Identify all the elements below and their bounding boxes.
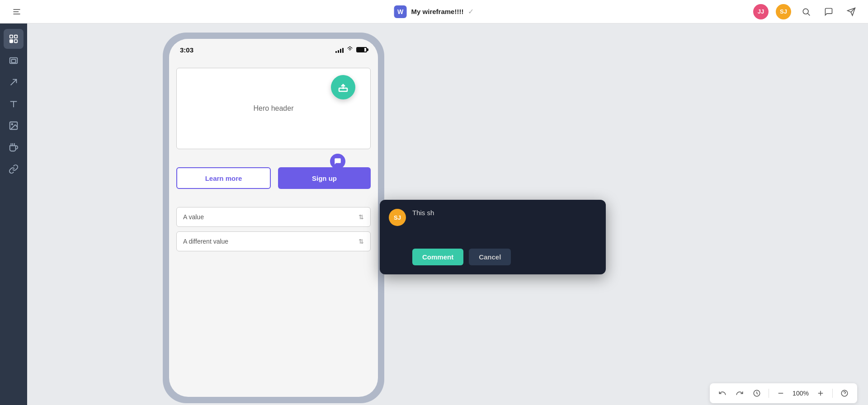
svg-point-17	[11, 123, 13, 125]
hero-header-text: Hero header	[254, 104, 294, 113]
comment-popup: SJ This sh Comment Cancel	[380, 200, 606, 274]
phone-screen: 3:03	[169, 39, 378, 397]
undo-button[interactable]	[715, 386, 730, 400]
dropdown-different-value[interactable]: A different value ⇅	[176, 231, 371, 251]
svg-point-3	[803, 9, 808, 14]
redo-button[interactable]	[732, 386, 747, 400]
topbar-center: W My wireframe!!!! ✓	[394, 5, 474, 18]
comment-actions: Comment Cancel	[389, 249, 597, 265]
left-toolbar	[0, 24, 27, 405]
signal-bars-icon	[335, 47, 344, 53]
zoom-in-button[interactable]	[813, 386, 828, 400]
text-tool-btn[interactable]	[4, 94, 24, 114]
dropdown-a-value[interactable]: A value ⇅	[176, 207, 371, 227]
cancel-comment-button[interactable]: Cancel	[469, 249, 511, 265]
svg-line-4	[808, 13, 810, 15]
sign-up-button[interactable]: Sign up	[278, 167, 371, 189]
history-button[interactable]	[750, 386, 764, 400]
main-area: 3:03	[0, 24, 868, 405]
divider-1	[769, 389, 769, 398]
svg-rect-9	[10, 40, 13, 42]
frame-tool-btn[interactable]	[4, 51, 24, 71]
comment-popup-inner: SJ This sh	[389, 209, 597, 242]
select-tool-btn[interactable]	[4, 29, 24, 49]
phone-frame: 3:03	[163, 33, 384, 403]
submit-comment-button[interactable]: Comment	[412, 249, 463, 265]
svg-rect-12	[11, 59, 15, 62]
topbar: W My wireframe!!!! ✓ JJ SJ	[0, 0, 868, 24]
divider-2	[832, 389, 833, 398]
bottom-bar: 100%	[27, 381, 868, 405]
wifi-icon	[346, 46, 354, 54]
arrow-tool-btn[interactable]	[4, 72, 24, 92]
help-button[interactable]	[837, 386, 852, 400]
comment-anchor-bubble[interactable]	[330, 154, 345, 169]
component-tool-btn[interactable]	[4, 137, 24, 157]
phone-mockup: 3:03	[163, 33, 384, 403]
comment-user-avatar: SJ	[389, 209, 406, 226]
svg-line-13	[11, 80, 17, 85]
avatar-jj[interactable]: JJ	[753, 4, 769, 19]
zoom-level: 100%	[791, 390, 811, 397]
send-button[interactable]	[844, 4, 859, 19]
comment-textarea[interactable]: This sh	[412, 209, 597, 240]
canvas-area[interactable]: 3:03	[27, 24, 868, 405]
learn-more-button[interactable]: Learn more	[176, 167, 271, 189]
svg-rect-7	[10, 35, 13, 38]
w-logo: W	[394, 5, 407, 18]
topbar-right: JJ SJ	[753, 4, 859, 19]
cloud-saved-icon: ✓	[468, 7, 474, 16]
svg-rect-8	[14, 35, 17, 38]
search-button[interactable]	[798, 4, 814, 19]
dropdown-arrow-icon: ⇅	[359, 213, 364, 221]
zoom-out-button[interactable]	[774, 386, 788, 400]
button-row: Learn more Sign up	[176, 167, 371, 189]
menu-button[interactable]	[9, 4, 24, 19]
battery-icon	[356, 47, 367, 52]
project-title[interactable]: My wireframe!!!!	[411, 8, 464, 15]
status-icons	[335, 46, 367, 54]
image-tool-btn[interactable]	[4, 116, 24, 136]
status-time: 3:03	[180, 46, 193, 54]
chat-button[interactable]	[821, 4, 836, 19]
floating-upload-button[interactable]	[331, 75, 355, 99]
bottom-controls: 100%	[710, 383, 857, 403]
comment-input-area: This sh	[412, 209, 597, 242]
svg-rect-10	[14, 40, 17, 42]
link-tool-btn[interactable]	[4, 159, 24, 179]
phone-status-bar: 3:03	[169, 39, 378, 61]
dropdown2-arrow-icon: ⇅	[359, 238, 364, 245]
avatar-sj[interactable]: SJ	[776, 4, 791, 19]
topbar-left	[9, 4, 24, 19]
